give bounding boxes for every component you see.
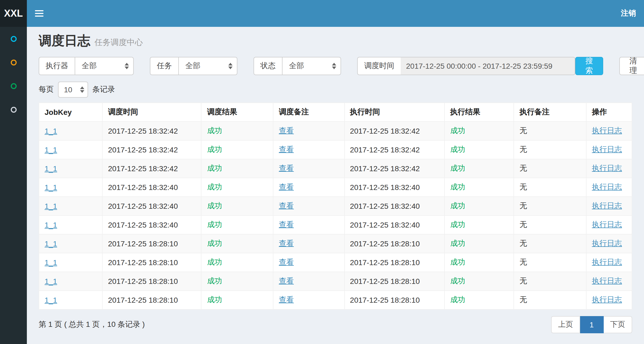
handle-time: 2017-12-25 18:32:40	[350, 202, 420, 210]
page-size-select[interactable]: 10	[58, 82, 88, 98]
handle-time: 2017-12-25 18:32:42	[350, 145, 420, 154]
logout-link[interactable]: 注销	[613, 0, 644, 27]
handle-result: 成功	[450, 295, 465, 304]
prev-page-button[interactable]: 上页	[551, 316, 580, 333]
trigger-time: 2017-12-25 18:28:10	[108, 296, 178, 304]
handle-time: 2017-12-25 18:28:10	[350, 239, 420, 248]
executor-select-value: 全部	[82, 61, 97, 71]
handle-result: 成功	[450, 164, 465, 172]
page-size-suffix: 条记录	[92, 85, 115, 94]
content-header: 调度日志任务调度中心	[27, 27, 644, 53]
jobkey-link[interactable]: 1_1	[45, 258, 57, 267]
trigger-result: 成功	[207, 201, 222, 210]
sidebar-item-4[interactable]	[0, 98, 27, 121]
table-header-row: JobKey调度时间调度结果调度备注执行时间执行结果执行备注操作	[39, 103, 632, 122]
column-header-3: 调度备注	[273, 103, 344, 122]
next-page-button[interactable]: 下页	[604, 316, 632, 333]
trigger-time-label: 调度时间	[357, 57, 401, 75]
page-size-prefix: 每页	[39, 85, 54, 94]
trigger-msg-link[interactable]: 查看	[279, 239, 294, 247]
trigger-msg-link[interactable]: 查看	[279, 220, 294, 229]
trigger-msg-link[interactable]: 查看	[279, 276, 294, 285]
job-select[interactable]: 全部	[178, 57, 237, 75]
trigger-msg-link[interactable]: 查看	[279, 145, 294, 153]
execution-log-link[interactable]: 执行日志	[592, 182, 622, 191]
execution-log-link[interactable]: 执行日志	[592, 239, 622, 247]
sidebar-item-1[interactable]	[0, 27, 27, 50]
jobkey-link[interactable]: 1_1	[45, 127, 57, 135]
column-header-0: JobKey	[39, 103, 102, 122]
page-size-row: 每页 10 条记录	[39, 82, 632, 98]
execution-log-link[interactable]: 执行日志	[592, 220, 622, 229]
jobkey-link[interactable]: 1_1	[45, 239, 57, 248]
pagination: 上页 1 下页	[551, 316, 632, 333]
app-logo[interactable]: XXL	[0, 0, 27, 27]
execution-log-link[interactable]: 执行日志	[592, 201, 622, 210]
jobkey-link[interactable]: 1_1	[45, 221, 57, 229]
log-table-body: 1_12017-12-25 18:32:42成功查看2017-12-25 18:…	[39, 122, 632, 309]
search-button[interactable]: 搜索	[575, 57, 603, 75]
jobkey-link[interactable]: 1_1	[45, 277, 57, 286]
trigger-time-filter-group: 调度时间	[357, 57, 575, 75]
select-arrows-icon	[332, 63, 336, 69]
sidebar-item-3[interactable]	[0, 74, 27, 98]
handle-msg: 无	[520, 220, 527, 229]
table-row: 1_12017-12-25 18:28:10成功查看2017-12-25 18:…	[39, 234, 632, 253]
trigger-msg-link[interactable]: 查看	[279, 126, 294, 135]
handle-time: 2017-12-25 18:28:10	[350, 296, 420, 304]
handle-msg: 无	[520, 239, 527, 247]
handle-time: 2017-12-25 18:28:10	[350, 258, 420, 267]
select-arrows-icon	[228, 63, 233, 69]
trigger-result: 成功	[207, 220, 222, 229]
execution-log-link[interactable]: 执行日志	[592, 276, 622, 285]
circle-outline-icon	[10, 83, 16, 89]
job-label: 任务	[150, 57, 178, 75]
execution-log-link[interactable]: 执行日志	[592, 258, 622, 266]
handle-msg: 无	[520, 201, 527, 210]
jobkey-link[interactable]: 1_1	[45, 202, 57, 210]
executor-select[interactable]: 全部	[75, 57, 134, 75]
jobkey-link[interactable]: 1_1	[45, 296, 57, 304]
trigger-msg-link[interactable]: 查看	[279, 258, 294, 266]
trigger-time: 2017-12-25 18:32:40	[108, 202, 178, 210]
trigger-msg-link[interactable]: 查看	[279, 182, 294, 191]
trigger-time: 2017-12-25 18:32:42	[108, 164, 178, 173]
trigger-msg-link[interactable]: 查看	[279, 164, 294, 172]
executor-filter-group: 执行器 全部	[39, 57, 134, 75]
handle-time: 2017-12-25 18:32:42	[350, 127, 420, 135]
handle-result: 成功	[450, 258, 465, 266]
executor-label: 执行器	[39, 57, 75, 75]
select-arrows-icon	[125, 63, 129, 69]
job-filter-group: 任务 全部	[150, 57, 237, 75]
trigger-result: 成功	[207, 239, 222, 247]
job-select-value: 全部	[185, 61, 200, 71]
handle-msg: 无	[520, 164, 527, 172]
execution-log-link[interactable]: 执行日志	[592, 295, 622, 304]
trigger-time: 2017-12-25 18:28:10	[108, 277, 178, 286]
execution-log-link[interactable]: 执行日志	[592, 145, 622, 153]
jobkey-link[interactable]: 1_1	[45, 145, 57, 154]
jobkey-link[interactable]: 1_1	[45, 183, 57, 192]
table-footer: 第 1 页 ( 总共 1 页，10 条记录 ) 上页 1 下页	[39, 316, 632, 333]
trigger-result: 成功	[207, 126, 222, 135]
handle-msg: 无	[520, 182, 527, 191]
sidebar-item-2[interactable]	[0, 50, 27, 74]
execution-log-link[interactable]: 执行日志	[592, 126, 622, 135]
execution-log-link[interactable]: 执行日志	[592, 164, 622, 172]
status-filter-group: 状态 全部	[254, 57, 341, 75]
jobkey-link[interactable]: 1_1	[45, 164, 57, 173]
table-row: 1_12017-12-25 18:28:10成功查看2017-12-25 18:…	[39, 272, 632, 291]
trigger-time-input[interactable]	[401, 57, 575, 75]
sidebar-toggle-button[interactable]	[27, 0, 51, 27]
handle-msg: 无	[520, 145, 527, 153]
status-select[interactable]: 全部	[282, 57, 341, 75]
column-header-5: 执行结果	[444, 103, 514, 122]
handle-msg: 无	[520, 126, 527, 135]
trigger-msg-link[interactable]: 查看	[279, 295, 294, 304]
handle-time: 2017-12-25 18:32:42	[350, 164, 420, 173]
trigger-msg-link[interactable]: 查看	[279, 201, 294, 210]
handle-result: 成功	[450, 182, 465, 191]
page-1-button[interactable]: 1	[580, 316, 604, 333]
circle-outline-icon	[10, 107, 16, 112]
clear-button[interactable]: 清理	[619, 57, 644, 75]
